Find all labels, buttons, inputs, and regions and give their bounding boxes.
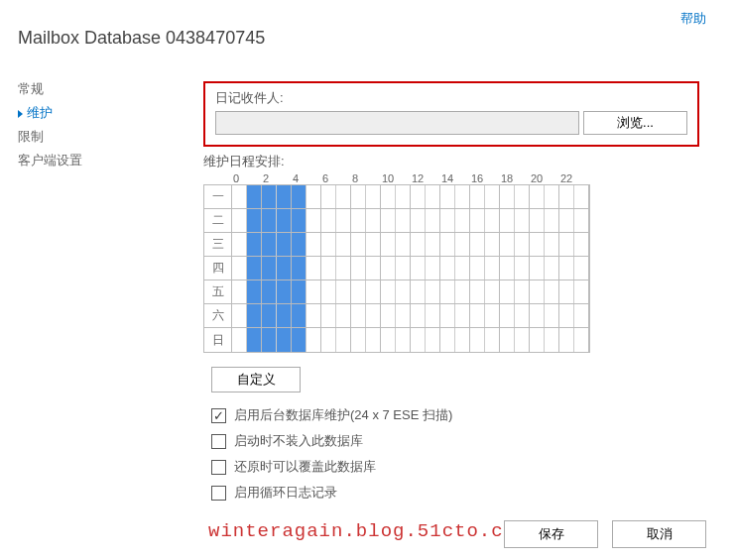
- schedule-row[interactable]: [232, 185, 589, 209]
- hour-cell[interactable]: [321, 257, 336, 280]
- hour-cell[interactable]: [292, 257, 307, 280]
- hour-cell[interactable]: [247, 257, 262, 280]
- hour-cell[interactable]: [559, 304, 574, 327]
- hour-cell[interactable]: [277, 257, 292, 280]
- hour-cell[interactable]: [530, 233, 545, 256]
- hour-cell[interactable]: [232, 185, 247, 208]
- hour-cell[interactable]: [262, 209, 277, 232]
- hour-cell[interactable]: [262, 328, 277, 352]
- save-button[interactable]: 保存: [504, 520, 598, 548]
- hour-cell[interactable]: [545, 185, 559, 208]
- hour-cell[interactable]: [247, 233, 262, 256]
- hour-cell[interactable]: [426, 328, 440, 352]
- hour-cell[interactable]: [530, 209, 545, 232]
- hour-cell[interactable]: [485, 233, 500, 256]
- hour-cell[interactable]: [307, 328, 321, 352]
- hour-cell[interactable]: [321, 209, 336, 232]
- hour-cell[interactable]: [530, 328, 545, 352]
- hour-cell[interactable]: [515, 280, 530, 303]
- hour-cell[interactable]: [336, 209, 351, 232]
- hour-cell[interactable]: [351, 304, 366, 327]
- check-row-0[interactable]: ✓启用后台数据库维护(24 x 7 ESE 扫描): [211, 402, 699, 428]
- hour-cell[interactable]: [396, 233, 411, 256]
- hour-cell[interactable]: [485, 257, 500, 280]
- hour-cell[interactable]: [336, 328, 351, 352]
- browse-button[interactable]: 浏览...: [583, 111, 687, 135]
- hour-cell[interactable]: [307, 280, 321, 303]
- customize-button[interactable]: 自定义: [211, 367, 301, 392]
- hour-cell[interactable]: [292, 209, 307, 232]
- hour-cell[interactable]: [381, 280, 396, 303]
- hour-cell[interactable]: [336, 280, 351, 303]
- schedule-row[interactable]: [232, 209, 589, 233]
- hour-cell[interactable]: [440, 257, 455, 280]
- sidebar-item-1[interactable]: 维护: [18, 101, 117, 125]
- hour-cell[interactable]: [381, 185, 396, 208]
- hour-cell[interactable]: [500, 233, 515, 256]
- checkbox[interactable]: [211, 486, 226, 501]
- hour-cell[interactable]: [411, 328, 426, 352]
- hour-cell[interactable]: [545, 280, 559, 303]
- hour-cell[interactable]: [559, 209, 574, 232]
- hour-cell[interactable]: [396, 185, 411, 208]
- hour-cell[interactable]: [232, 209, 247, 232]
- hour-cell[interactable]: [366, 280, 381, 303]
- schedule-row[interactable]: [232, 233, 589, 257]
- schedule-row[interactable]: [232, 304, 589, 328]
- hour-cell[interactable]: [321, 233, 336, 256]
- hour-cell[interactable]: [262, 280, 277, 303]
- hour-cell[interactable]: [292, 328, 307, 352]
- hour-cell[interactable]: [559, 280, 574, 303]
- hour-cell[interactable]: [381, 328, 396, 352]
- hour-cell[interactable]: [292, 304, 307, 327]
- hour-cell[interactable]: [381, 257, 396, 280]
- hour-cell[interactable]: [247, 185, 262, 208]
- hour-cell[interactable]: [485, 328, 500, 352]
- hour-cell[interactable]: [440, 185, 455, 208]
- hour-cell[interactable]: [470, 233, 485, 256]
- hour-cell[interactable]: [321, 304, 336, 327]
- hour-cell[interactable]: [411, 185, 426, 208]
- help-link[interactable]: 帮助: [680, 10, 706, 28]
- hour-cell[interactable]: [485, 280, 500, 303]
- hour-cell[interactable]: [485, 209, 500, 232]
- hour-cell[interactable]: [262, 233, 277, 256]
- hour-cell[interactable]: [574, 257, 589, 280]
- hour-cell[interactable]: [366, 185, 381, 208]
- hour-cell[interactable]: [351, 209, 366, 232]
- hour-cell[interactable]: [440, 233, 455, 256]
- hour-cell[interactable]: [366, 304, 381, 327]
- hour-cell[interactable]: [455, 257, 470, 280]
- hour-cell[interactable]: [411, 280, 426, 303]
- hour-cell[interactable]: [440, 280, 455, 303]
- hour-cell[interactable]: [232, 257, 247, 280]
- sidebar-item-2[interactable]: 限制: [18, 125, 117, 149]
- checkbox[interactable]: [211, 460, 226, 475]
- hour-cell[interactable]: [277, 304, 292, 327]
- sidebar-item-3[interactable]: 客户端设置: [18, 149, 117, 172]
- hour-cell[interactable]: [232, 304, 247, 327]
- hour-cell[interactable]: [232, 328, 247, 352]
- hour-cell[interactable]: [559, 328, 574, 352]
- hour-cell[interactable]: [426, 233, 440, 256]
- hour-cell[interactable]: [411, 233, 426, 256]
- hour-cell[interactable]: [574, 185, 589, 208]
- hour-cell[interactable]: [500, 209, 515, 232]
- cancel-button[interactable]: 取消: [612, 520, 706, 548]
- hour-cell[interactable]: [455, 304, 470, 327]
- checkbox[interactable]: ✓: [211, 408, 226, 423]
- hour-cell[interactable]: [262, 304, 277, 327]
- hour-cell[interactable]: [351, 257, 366, 280]
- hour-cell[interactable]: [545, 304, 559, 327]
- hour-cell[interactable]: [545, 328, 559, 352]
- hour-cell[interactable]: [485, 185, 500, 208]
- hour-cell[interactable]: [307, 209, 321, 232]
- hour-cell[interactable]: [515, 257, 530, 280]
- hour-cell[interactable]: [396, 328, 411, 352]
- hour-cell[interactable]: [500, 328, 515, 352]
- check-row-3[interactable]: 启用循环日志记录: [211, 480, 699, 505]
- hour-cell[interactable]: [292, 280, 307, 303]
- hour-cell[interactable]: [262, 257, 277, 280]
- hour-cell[interactable]: [530, 257, 545, 280]
- hour-cell[interactable]: [470, 280, 485, 303]
